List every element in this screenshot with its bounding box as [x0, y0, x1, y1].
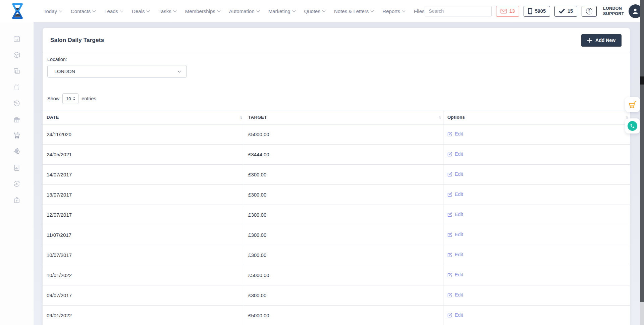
options-cell: Edit [443, 225, 630, 245]
edit-link[interactable]: Edit [447, 232, 463, 237]
chevron-down-icon [93, 9, 96, 12]
nav-item-deals[interactable]: Deals [132, 8, 149, 14]
chevron-down-icon [292, 9, 296, 12]
table-row: 24/11/2020 £5000.00 Edit [43, 124, 630, 145]
nav-item-tasks[interactable]: Tasks [158, 8, 176, 14]
options-cell: Edit [443, 245, 630, 265]
options-cell: Edit [443, 165, 630, 185]
scrollbar-thumb[interactable] [640, 0, 644, 302]
phone-teal-icon [628, 121, 637, 131]
calls-badge[interactable]: 5905 [524, 6, 550, 17]
mobile-phone-icon [528, 8, 532, 14]
search-input[interactable] [425, 6, 492, 16]
location-select[interactable]: LONDON [47, 65, 187, 78]
messages-badge[interactable]: 13 [496, 6, 519, 17]
target-cell: £5000.00 [244, 306, 443, 325]
nav-item-marketing[interactable]: Marketing [268, 8, 295, 14]
column-header-options[interactable]: Options ↑↓ [443, 110, 630, 124]
target-cell: £300.00 [244, 285, 443, 306]
options-cell: Edit [443, 285, 630, 306]
lock-icon[interactable] [13, 196, 21, 204]
table-row: 09/07/2017 £300.00 Edit [43, 285, 630, 306]
edit-link[interactable]: Edit [447, 292, 463, 297]
targets-table: DATE ↑↓ TARGET ↑↓ Options ↑↓ 24/11/2020 … [43, 110, 630, 325]
main-nav: Today Contacts Leads Deals Tasks Members… [44, 8, 425, 14]
date-cell: 12/07/2017 [43, 205, 244, 225]
content-area: Salon Daily Targets Add New Location: LO… [34, 22, 644, 325]
chevron-down-icon [402, 9, 405, 12]
target-cell: £5000.00 [244, 124, 443, 145]
table-row: 10/07/2017 £300.00 Edit [43, 245, 630, 265]
date-cell: 24/11/2020 [43, 124, 244, 145]
edit-link[interactable]: Edit [447, 131, 463, 137]
options-cell: Edit [443, 124, 630, 145]
edit-link[interactable]: Edit [447, 312, 463, 318]
edit-icon [447, 131, 452, 137]
tasks-badge[interactable]: 15 [554, 6, 577, 17]
column-header-date[interactable]: DATE ↑↓ [43, 110, 244, 124]
table-row: 10/01/2022 £5000.00 Edit [43, 265, 630, 285]
svg-text:12: 12 [15, 39, 18, 42]
nav-item-leads[interactable]: Leads [104, 8, 123, 14]
nav-item-automation[interactable]: Automation [229, 8, 259, 14]
edit-link[interactable]: Edit [447, 212, 463, 217]
show-label: Show [47, 96, 59, 101]
nav-item-notes-letters[interactable]: Notes & Letters [334, 8, 373, 14]
package-icon[interactable] [13, 51, 21, 59]
edit-icon [447, 172, 452, 177]
chevron-down-icon [120, 9, 123, 12]
chevron-down-icon [59, 9, 62, 12]
chevron-down-icon [147, 9, 150, 12]
history-icon[interactable] [13, 99, 21, 107]
page-scrollbar [640, 0, 644, 325]
edit-icon [447, 152, 452, 157]
edit-link[interactable]: Edit [447, 151, 463, 157]
basket-widget[interactable] [625, 97, 640, 112]
location-filter: Location: LONDON [47, 57, 630, 78]
cart-icon[interactable] [13, 131, 21, 140]
options-cell: Edit [443, 265, 630, 285]
topbar-right: 13 5905 15 ? LONDON SUPPORT [425, 4, 642, 18]
nav-item-contacts[interactable]: Contacts [71, 8, 95, 14]
sidebar: 12 [0, 22, 34, 325]
topbar: Today Contacts Leads Deals Tasks Members… [0, 0, 644, 22]
target-cell: £300.00 [244, 205, 443, 225]
stepper-icon [73, 97, 75, 100]
edit-icon [447, 313, 452, 318]
nav-item-quotes[interactable]: Quotes [304, 8, 325, 14]
target-cell: £3444.00 [244, 145, 443, 165]
shopping-bag-icon[interactable] [13, 83, 21, 91]
gift-icon[interactable] [13, 115, 21, 123]
edit-link[interactable]: Edit [447, 192, 463, 197]
chevron-down-icon [178, 69, 181, 72]
calendar-icon[interactable]: 12 [13, 35, 21, 43]
nav-item-memberships[interactable]: Memberships [185, 8, 220, 14]
edit-link[interactable]: Edit [447, 272, 463, 277]
column-header-target[interactable]: TARGET ↑↓ [244, 110, 443, 124]
entries-select[interactable]: 10 [62, 93, 78, 104]
account-sync-icon[interactable] [13, 180, 21, 188]
table-row: 11/07/2017 £300.00 Edit [43, 225, 630, 245]
user-name: LONDON SUPPORT [603, 6, 624, 17]
add-new-button[interactable]: Add New [581, 34, 622, 47]
edit-icon [447, 212, 452, 217]
brand-logo-icon[interactable] [8, 2, 27, 20]
edit-icon [447, 252, 452, 257]
copy-icon[interactable] [13, 67, 21, 75]
chevron-down-icon [256, 9, 260, 12]
call-widget[interactable] [625, 118, 640, 133]
table-row: 24/05/2021 £3444.00 Edit [43, 145, 630, 165]
report-icon[interactable] [13, 164, 21, 172]
edit-link[interactable]: Edit [447, 171, 463, 177]
edit-icon [447, 272, 452, 277]
help-badge[interactable]: ? [582, 6, 597, 17]
edit-link[interactable]: Edit [447, 252, 463, 257]
nav-item-reports[interactable]: Reports [382, 8, 405, 14]
tags-icon[interactable] [13, 148, 21, 156]
sort-icon: ↑↓ [239, 115, 241, 120]
date-cell: 11/07/2017 [43, 225, 244, 245]
target-cell: £300.00 [244, 185, 443, 205]
nav-item-files[interactable]: Files [414, 8, 425, 14]
date-cell: 09/01/2022 [43, 306, 244, 325]
nav-item-today[interactable]: Today [44, 8, 62, 14]
